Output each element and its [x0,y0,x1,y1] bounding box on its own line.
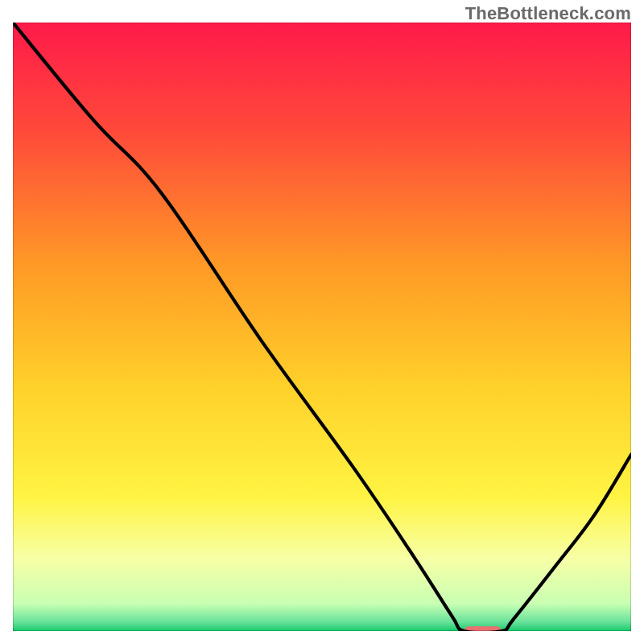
chart-background [13,23,631,631]
chart-svg [13,23,631,631]
watermark-label: TheBottleneck.com [465,3,631,24]
optimum-marker [464,626,502,631]
bottleneck-chart [13,23,631,631]
